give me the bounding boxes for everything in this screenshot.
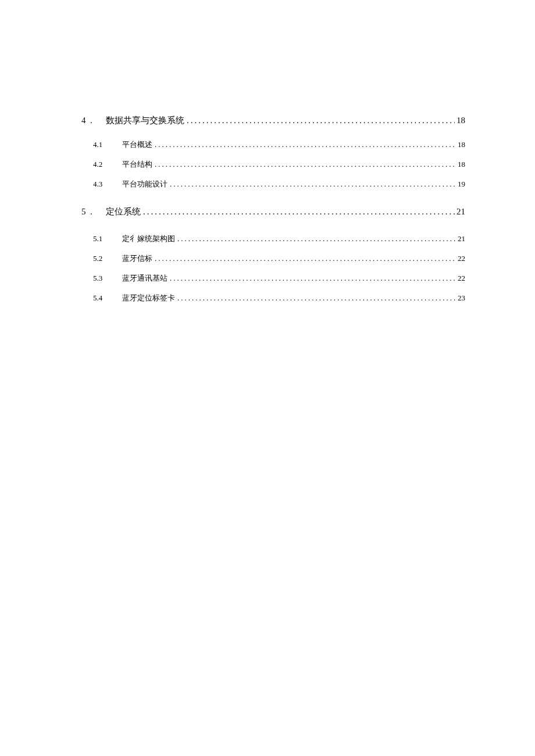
toc-number-value: 5 [81, 207, 86, 216]
toc-number: 4 . [81, 113, 99, 127]
toc-title: 平台结构 [122, 159, 152, 171]
toc-number: 4.3 [93, 178, 115, 191]
toc-dots [167, 178, 456, 191]
toc-dots [175, 292, 456, 304]
toc-number-prefix: . [90, 116, 92, 125]
toc-entry-5-3: 5.3 蓝牙通讯基站 22 [81, 273, 465, 285]
toc-entry-5-2: 5.2 蓝牙信标 22 [81, 253, 465, 265]
toc-number: 5.1 [93, 233, 115, 245]
toc-dots [141, 205, 455, 218]
toc-dots [152, 139, 456, 151]
toc-number: 5.3 [93, 273, 115, 285]
toc-number-prefix: . [90, 207, 92, 216]
toc-page-number: 22 [456, 253, 465, 265]
toc-page-number: 21 [456, 233, 465, 245]
document-page: 4 . 数据共享与交换系统 18 4.1 平台概述 18 4.2 平台结构 18… [0, 0, 535, 304]
toc-page-number: 21 [455, 205, 465, 218]
toc-entry-4-2: 4.2 平台结构 18 [81, 159, 465, 171]
toc-number: 4.2 [93, 159, 115, 171]
toc-page-number: 22 [456, 273, 465, 285]
toc-number-value: 4 [81, 116, 86, 125]
toc-number: 5.4 [93, 292, 115, 304]
toc-title: 蓝牙通讯基站 [122, 273, 167, 285]
toc-dots [152, 253, 456, 265]
toc-entry-section-5: 5 . 定位系统 21 [81, 205, 465, 218]
toc-entry-4-1: 4.1 平台概述 18 [81, 139, 465, 151]
toc-title: 蓝牙信标 [122, 253, 152, 265]
toc-number: 4.1 [93, 139, 115, 151]
toc-number: 5.2 [93, 253, 115, 265]
toc-entry-5-4: 5.4 蓝牙定位标签卡 23 [81, 292, 465, 304]
toc-title: 数据共享与交换系统 [106, 113, 184, 127]
toc-title: 定位系统 [106, 205, 141, 218]
toc-title: 平台功能设计 [122, 178, 167, 191]
toc-dots [152, 159, 456, 171]
toc-entry-section-4: 4 . 数据共享与交换系统 18 [81, 113, 465, 127]
toc-page-number: 23 [456, 292, 465, 304]
toc-entry-4-3: 4.3 平台功能设计 19 [81, 178, 465, 191]
toc-page-number: 18 [455, 113, 465, 127]
toc-page-number: 18 [456, 159, 465, 171]
toc-entry-5-1: 5.1 定彳嫁统架构图 21 [81, 233, 465, 245]
toc-title: 蓝牙定位标签卡 [122, 292, 175, 304]
toc-page-number: 19 [456, 178, 465, 191]
toc-title: 定彳嫁统架构图 [122, 233, 175, 245]
toc-page-number: 18 [456, 139, 465, 151]
toc-dots [184, 113, 455, 127]
toc-dots [167, 273, 456, 285]
toc-number: 5 . [81, 205, 99, 218]
toc-title: 平台概述 [122, 139, 152, 151]
toc-dots [175, 233, 456, 245]
